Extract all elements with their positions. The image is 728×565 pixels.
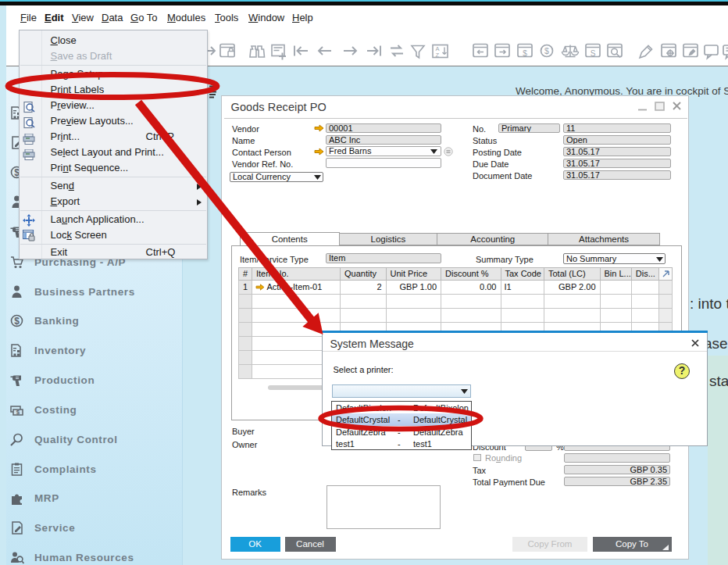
svg-text:S: S (591, 49, 596, 58)
svg-text:$: $ (544, 46, 549, 55)
svg-text:Z: Z (436, 52, 440, 59)
svg-text:$: $ (14, 316, 20, 327)
svg-text:$: $ (16, 409, 20, 416)
svg-text:$: $ (523, 49, 527, 58)
